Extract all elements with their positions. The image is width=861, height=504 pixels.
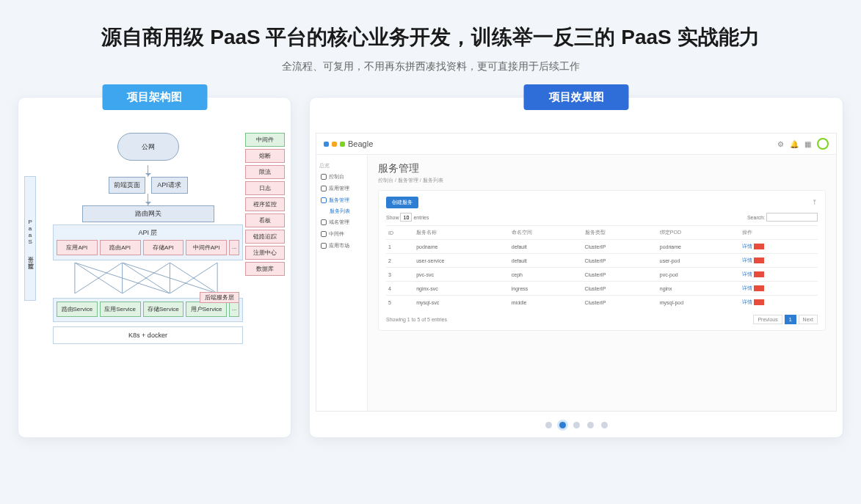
brand-logo[interactable]: Beagle xyxy=(324,139,373,148)
arrow-icon xyxy=(148,194,148,205)
cell-ns: default xyxy=(509,240,583,254)
api-box: 中间件API xyxy=(186,240,227,255)
cell-pod: nginx xyxy=(658,282,740,296)
avatar[interactable] xyxy=(817,138,829,150)
cell-type: ClusterIP xyxy=(583,268,658,282)
cell-pod: pvc-pod xyxy=(658,268,740,282)
demo-tab: 项目效果图 xyxy=(524,84,629,110)
page-size-input[interactable] xyxy=(400,213,412,222)
service-layer-group: 后端服务层 路由Service 应用Service 存储Service 用户Se… xyxy=(53,298,243,322)
api-box: 应用API xyxy=(57,240,98,255)
grid-icon[interactable]: ▦ xyxy=(804,140,811,148)
sidebar-item-service[interactable]: 服务管理 xyxy=(319,194,364,206)
carousel-dot[interactable] xyxy=(545,422,552,428)
carousel-dots xyxy=(316,422,837,428)
gear-icon[interactable]: ⚙ xyxy=(777,140,784,148)
api-box-more: ... xyxy=(229,240,239,255)
sidebar-item-app[interactable]: 应用管理 xyxy=(319,183,364,194)
detail-link[interactable]: 详情 xyxy=(742,244,752,249)
middleware-item: 数据库 xyxy=(245,262,285,276)
k8s-node: K8s + docker xyxy=(53,326,243,344)
page-button[interactable]: 1 xyxy=(785,315,796,324)
cell-action: 详情 xyxy=(740,268,818,282)
middleware-header: 中间件 xyxy=(245,133,285,147)
hero-subtitle: 全流程、可复用，不用再东拼西凑找资料，更可直接用于后续工作 xyxy=(0,60,861,73)
cell-action: 详情 xyxy=(740,282,818,296)
sidebar-item-domain[interactable]: 域名管理 xyxy=(319,216,364,228)
col-action[interactable]: 操作 xyxy=(740,226,818,240)
carousel-dot[interactable] xyxy=(601,422,608,428)
carousel-dot[interactable] xyxy=(559,422,566,428)
globe-icon xyxy=(321,219,327,225)
search-input[interactable] xyxy=(766,213,818,222)
cell-name: podname xyxy=(414,240,509,254)
detail-link[interactable]: 详情 xyxy=(742,285,752,291)
table-row: 1podnamedefaultClusterIPpodname详情 xyxy=(386,240,818,254)
pagination: Previous 1 Next xyxy=(753,315,818,324)
api-layer-label: API 层 xyxy=(57,228,239,238)
sidebar-item-middleware[interactable]: 中间件 xyxy=(319,228,364,240)
service-box: 存储Service xyxy=(143,302,184,317)
sidebar-item-console[interactable]: 控制台 xyxy=(319,171,364,183)
delete-button[interactable] xyxy=(754,258,764,263)
demo-card: 项目效果图 Beagle ⚙ 🔔 ▦ 总览 控 xyxy=(309,97,843,438)
cell-pod: user-pod xyxy=(658,254,740,268)
cell-id: 3 xyxy=(386,268,414,282)
prev-button[interactable]: Previous xyxy=(753,315,782,324)
sidebar-item-market[interactable]: 应用市场 xyxy=(319,240,364,252)
next-button[interactable]: Next xyxy=(799,315,818,324)
sidebar-header: 总览 xyxy=(319,162,364,169)
cell-type: ClusterIP xyxy=(583,296,658,310)
carousel-dot[interactable] xyxy=(573,422,580,428)
detail-link[interactable]: 详情 xyxy=(742,271,752,277)
cell-name: nginx-svc xyxy=(414,282,509,296)
cell-pod: podname xyxy=(658,240,740,254)
app-icon xyxy=(321,186,327,191)
carousel-dot[interactable] xyxy=(587,422,594,428)
cell-pod: mysql-pod xyxy=(658,296,740,310)
col-id[interactable]: ID xyxy=(386,226,414,240)
cell-ns: middle xyxy=(509,296,583,310)
col-ns[interactable]: 命名空间 xyxy=(509,226,583,240)
cell-action: 详情 xyxy=(740,254,818,268)
sidebar-sub-item[interactable]: 服务列表 xyxy=(319,206,364,216)
upload-icon[interactable]: ⤒ xyxy=(812,199,818,206)
middleware-item: 日志 xyxy=(245,181,285,195)
brand-name: Beagle xyxy=(348,139,373,148)
cell-ns: ingress xyxy=(509,282,583,296)
delete-button[interactable] xyxy=(754,299,764,305)
detail-link[interactable]: 详情 xyxy=(742,258,752,263)
col-type[interactable]: 服务类型 xyxy=(583,226,658,240)
architecture-card: 项目架构图 PaaS 平台 监控 公网 前端页面 API请求 路由网关 API … xyxy=(18,97,291,438)
table-row: 2user-servicedefaultClusterIPuser-pod详情 xyxy=(386,254,818,268)
col-name[interactable]: 服务名称 xyxy=(414,226,509,240)
delete-button[interactable] xyxy=(754,244,764,249)
col-pod[interactable]: 绑定POD xyxy=(658,226,740,240)
bell-icon[interactable]: 🔔 xyxy=(790,140,799,148)
cell-id: 5 xyxy=(386,296,414,310)
create-button[interactable]: 创建服务 xyxy=(386,197,418,208)
breadcrumb: 控制台 / 服务管理 / 服务列表 xyxy=(378,177,826,184)
cell-type: ClusterIP xyxy=(583,282,658,296)
home-icon xyxy=(321,174,327,180)
service-table: ID 服务名称 命名空间 服务类型 绑定POD 操作 1podnamedefau… xyxy=(386,225,818,309)
cart-icon xyxy=(321,243,327,249)
api-box: 存储API xyxy=(143,240,184,255)
cell-name: mysql-svc xyxy=(414,296,509,310)
cell-type: ClusterIP xyxy=(583,240,658,254)
cell-name: pvc-svc xyxy=(414,268,509,282)
service-box: 应用Service xyxy=(100,302,141,317)
delete-button[interactable] xyxy=(754,271,764,277)
cloud-node: 公网 xyxy=(117,133,179,161)
table-row: 4nginx-svcingressClusterIPnginx详情 xyxy=(386,282,818,296)
service-layer-label: 后端服务层 xyxy=(200,292,239,303)
dashboard-mock: Beagle ⚙ 🔔 ▦ 总览 控制台 应用管理 服务管理 服务列表 域名管理 xyxy=(316,133,837,412)
frontend-node: 前端页面 xyxy=(109,177,145,194)
cell-action: 详情 xyxy=(740,296,818,310)
paas-monitor-label: PaaS 平台 监控 xyxy=(24,176,36,301)
middleware-item: 注册中心 xyxy=(245,246,285,260)
detail-link[interactable]: 详情 xyxy=(742,299,752,304)
search-label: Search: xyxy=(747,215,765,220)
delete-button[interactable] xyxy=(754,285,764,291)
api-request-node: API请求 xyxy=(151,177,188,194)
